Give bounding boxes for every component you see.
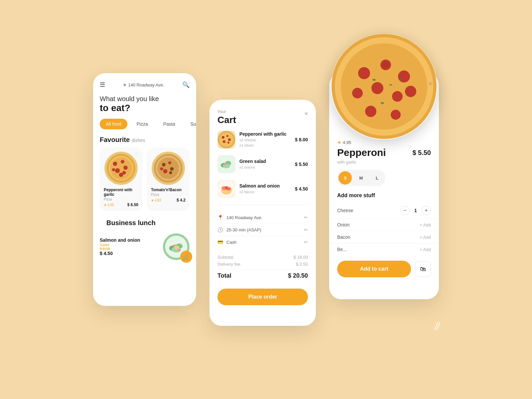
edit-address-icon[interactable]: ✏	[304, 215, 308, 220]
cart-item-info-1: Pepperoni with garlic x2 cheese x1 olive…	[239, 131, 291, 148]
business-item-category: Salad	[100, 243, 140, 247]
cart-item-name-2: Green salad	[239, 159, 291, 164]
cart-item-3: Salmon and onion x2 bacon $ 4.50	[217, 180, 308, 198]
delivery-payment-row: 💳 Cash ✏	[217, 236, 308, 248]
svg-point-15	[170, 167, 174, 171]
svg-point-53	[391, 110, 401, 120]
total-label: Total	[217, 272, 231, 279]
svg-point-14	[168, 161, 171, 164]
delivery-info: 📍 140 Roadway Ave. ✏ 🕐 25-30 min (ASAP) …	[209, 211, 316, 248]
place-order-btn[interactable]: Place order	[217, 289, 308, 305]
tab-pizza[interactable]: Pizza	[131, 119, 154, 129]
delivery-address-left: 📍 140 Roadway Ave.	[217, 215, 262, 220]
tab-sus[interactable]: Sus	[185, 119, 196, 129]
svg-point-45	[341, 43, 427, 130]
food-img-tomato	[152, 152, 185, 185]
detail-pizza-img	[331, 33, 437, 140]
cart-item-options-1: x2 cheese x1 olives	[239, 137, 291, 148]
rating-star-icon: ★	[337, 140, 341, 145]
payment-icon: 💳	[217, 239, 223, 245]
delivery-time-left: 🕐 25-30 min (ASAP)	[217, 227, 261, 232]
addon-bacon-name: Bacon	[337, 234, 350, 240]
food-card-pepperoni[interactable]: ♡ Pepperoni with garli	[100, 148, 142, 211]
edit-payment-icon[interactable]: ✏	[304, 239, 308, 245]
cart-item-info-3: Salmon and onion x2 bacon	[239, 183, 291, 195]
food-cat-1: Pizza	[104, 198, 138, 201]
search-icon[interactable]: 🔍	[182, 81, 190, 88]
tab-pasta[interactable]: Pasta	[157, 119, 181, 129]
watermark: //	[434, 320, 439, 332]
svg-point-59	[381, 102, 384, 104]
add-to-cart-btn[interactable]: Add to cart	[337, 261, 411, 277]
cheese-qty: 1	[413, 208, 418, 213]
addon-cheese-name: Cheese	[337, 208, 353, 213]
location-icon: ✈	[123, 82, 127, 87]
greeting-area: What would you like to eat?	[93, 92, 196, 119]
food-name-1: Pepperoni with garlic	[104, 188, 138, 197]
svg-point-58	[389, 84, 392, 85]
cart-item-price-3: $ 4.50	[295, 186, 308, 192]
size-selector: S M L	[337, 170, 385, 186]
addon-bacon-add-btn[interactable]: + Add	[420, 235, 431, 240]
svg-point-8	[112, 168, 115, 171]
cart-item-img-3	[217, 180, 235, 198]
addon-cheese-controls: − 1 +	[400, 206, 431, 215]
cart-item-info-2: Green salad x1 onions	[239, 159, 291, 170]
svg-point-51	[392, 91, 403, 102]
addon-be-add-btn[interactable]: + Add	[420, 247, 431, 252]
detail-close-area: ×	[428, 80, 432, 87]
size-btn-m[interactable]: M	[354, 171, 368, 185]
detail-content: ★ 4,95 Pepperoni $ 5.50 with garlic S M …	[329, 140, 439, 186]
delivery-payment-left: 💳 Cash	[217, 239, 236, 245]
business-title: Business lunch	[100, 218, 190, 231]
location-text: 140 Roadway Ave.	[128, 82, 164, 87]
business-item-price: $ 4.50	[100, 251, 140, 256]
cart-item-price-2: $ 5.50	[295, 162, 308, 167]
svg-point-50	[371, 82, 383, 94]
svg-point-54	[405, 86, 416, 97]
svg-point-27	[219, 132, 234, 147]
item-name: Pepperoni	[337, 147, 386, 158]
edit-time-icon[interactable]: ✏	[304, 227, 308, 232]
cart-item-1: Pepperoni with garlic x2 cheese x1 olive…	[217, 131, 308, 149]
heart-icon[interactable]: ♡	[134, 152, 138, 157]
total-value: $ 20.50	[288, 272, 308, 279]
cart-item-name-1: Pepperoni with garlic	[239, 131, 291, 137]
subtotal-label: Subtotal	[217, 255, 233, 260]
cheese-decrement-btn[interactable]: −	[400, 206, 410, 215]
delivery-fee-row: Delivery fee $ 2.50	[217, 262, 308, 267]
cart-item-img-2	[217, 155, 235, 173]
cart-close-btn[interactable]: ×	[304, 110, 308, 117]
svg-point-52	[365, 106, 376, 117]
size-btn-s[interactable]: S	[338, 171, 352, 185]
addon-cheese: Cheese − 1 +	[329, 202, 439, 219]
business-section: Business lunch Salmon and onion Salad $ …	[93, 216, 196, 263]
addon-be: Be... + Add	[329, 243, 439, 255]
cart-float-btn[interactable]: 🛒	[180, 251, 192, 263]
food-img-pepperoni	[104, 152, 138, 185]
food-name-2: Tomato'n'Bacon	[151, 188, 186, 192]
cart-label-large: Cart	[217, 115, 236, 125]
cart-icon-btn[interactable]: 🛍	[415, 261, 431, 277]
svg-point-32	[227, 142, 229, 144]
add-more-title: Add more stuff	[329, 193, 439, 199]
location-area[interactable]: ✈ 140 Roadway Ave.	[123, 82, 164, 87]
addon-onion-add-btn[interactable]: + Add	[420, 222, 431, 227]
svg-point-30	[228, 138, 231, 141]
detail-close-btn[interactable]: ×	[428, 80, 432, 87]
menu-icon[interactable]: ☰	[100, 81, 105, 88]
cart-item-name-3: Salmon and onion	[239, 183, 291, 189]
size-btn-l[interactable]: L	[370, 171, 384, 185]
cart-item-img-1	[217, 131, 235, 149]
svg-point-56	[382, 62, 389, 68]
tab-all-food[interactable]: All food	[100, 119, 127, 129]
delivery-time-row: 🕐 25-30 min (ASAP) ✏	[217, 224, 308, 236]
addon-bacon: Bacon + Add	[329, 231, 439, 243]
svg-point-6	[115, 168, 120, 173]
food-card-tomato-bacon[interactable]: Tomato'n'Bacon Pizza ★ 4,83 $ 4.2	[147, 148, 190, 211]
cart-title-area: Your Cart	[217, 109, 236, 125]
cheese-increment-btn[interactable]: +	[422, 206, 431, 215]
business-item-salmon[interactable]: Salmon and onion Salad $ 6,00 $ 4.50	[100, 231, 190, 263]
svg-point-28	[222, 136, 224, 139]
cart-item-options-3: x2 bacon	[239, 189, 291, 195]
